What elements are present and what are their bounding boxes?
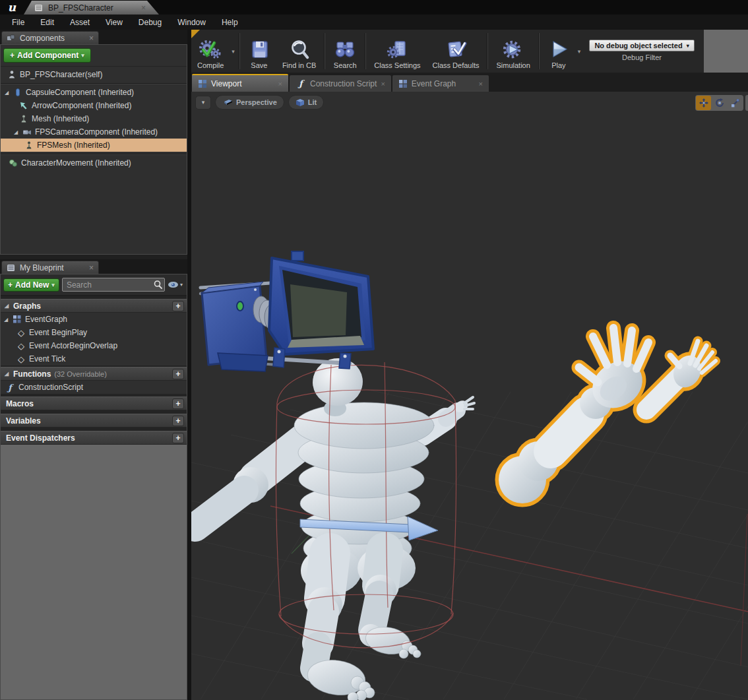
tab-label: Event Graph: [412, 79, 456, 88]
binoculars-search-icon: [333, 40, 357, 61]
add-graph-button[interactable]: +: [172, 301, 184, 311]
my-blueprint-tab[interactable]: My Blueprint ×: [1, 261, 99, 274]
component-label: ArrowComponent (Inherited): [32, 101, 131, 110]
tab-event-graph[interactable]: Event Graph ×: [392, 75, 489, 92]
tab-viewport[interactable]: Viewport ×: [192, 74, 288, 92]
scale-tool-icon[interactable]: [728, 96, 743, 110]
add-component-button[interactable]: + Add Component ▾: [3, 48, 91, 63]
components-tree: + Add Component ▾ BP_FPSCharacter(self) …: [0, 44, 187, 255]
skeletal-mesh-icon: [24, 141, 34, 150]
chevron-down-icon: ▾: [687, 43, 689, 49]
search-icon: [153, 280, 163, 290]
add-function-button[interactable]: +: [172, 369, 184, 379]
section-event-dispatchers[interactable]: Event Dispatchers +: [1, 431, 187, 445]
components-tab[interactable]: Components ×: [1, 31, 99, 44]
event-tick-row[interactable]: ◇ Event Tick: [1, 352, 187, 366]
menu-edit[interactable]: Edit: [32, 18, 62, 27]
viewport-options-button[interactable]: ▾: [195, 96, 211, 110]
toolbar-fill: [704, 30, 748, 73]
close-icon[interactable]: ×: [141, 3, 146, 13]
event-beginplay-row[interactable]: ◇ Event BeginPlay: [1, 326, 187, 339]
play-options-dropdown[interactable]: ▾: [576, 30, 583, 73]
debug-object-dropdown[interactable]: No debug object selected ▾: [589, 40, 694, 51]
compile-options-dropdown[interactable]: ▾: [230, 30, 237, 73]
toolbar-divider: [324, 33, 325, 69]
section-graphs[interactable]: ◢ Graphs +: [1, 299, 187, 313]
component-row-charactermovement[interactable]: CharacterMovement (Inherited): [1, 156, 187, 170]
debug-filter-label: Debug Filter: [622, 53, 662, 61]
perspective-icon: [222, 99, 233, 106]
find-in-cb-label: Find in CB: [282, 61, 316, 69]
section-functions[interactable]: ◢ Functions (32 Overridable) +: [1, 367, 187, 381]
event-actorbeginoverlap-row[interactable]: ◇ Event ActorBeginOverlap: [1, 339, 187, 352]
viewport-3d-scene[interactable]: [191, 92, 748, 700]
find-in-cb-button[interactable]: Find in CB: [276, 30, 322, 73]
save-icon: [248, 40, 270, 61]
component-row-fpscamera[interactable]: ◢ FPSCameraComponent (Inherited): [1, 125, 187, 139]
class-defaults-button[interactable]: Class Defaults: [427, 30, 485, 73]
close-icon[interactable]: ×: [89, 263, 94, 272]
menu-asset[interactable]: Asset: [62, 18, 98, 27]
close-icon[interactable]: ×: [478, 80, 482, 88]
fps-camera-mesh[interactable]: [201, 251, 373, 371]
toolbar-divider: [365, 33, 366, 69]
menu-file[interactable]: File: [4, 18, 32, 27]
menu-debug[interactable]: Debug: [131, 18, 170, 27]
menubar: File Edit Asset View Debug Window Help: [0, 15, 748, 30]
component-row-arrow[interactable]: ArrowComponent (Inherited): [1, 99, 187, 112]
lit-label: Lit: [308, 98, 317, 106]
close-icon[interactable]: ×: [278, 80, 282, 88]
menu-view[interactable]: View: [98, 18, 131, 27]
blueprint-book-icon: [7, 263, 16, 272]
expander-icon[interactable]: ◢: [13, 129, 19, 135]
viewport-3d[interactable]: ▾ Perspective Lit: [191, 92, 748, 700]
event-graph-icon: [398, 79, 408, 88]
add-macro-button[interactable]: +: [172, 398, 184, 409]
chevron-down-icon: ▾: [202, 99, 205, 106]
component-row-capsule[interactable]: ◢ CapsuleComponent (Inherited): [1, 86, 187, 99]
floor-grid: [191, 389, 748, 699]
add-new-button[interactable]: + Add New ▾: [3, 278, 59, 292]
close-icon[interactable]: ×: [89, 34, 94, 43]
section-variables[interactable]: Variables +: [1, 414, 187, 428]
play-button[interactable]: Play: [542, 30, 576, 73]
component-row-fpsmesh[interactable]: FPSMesh (Inherited): [1, 139, 187, 152]
section-label: Functions: [13, 369, 51, 379]
lit-button[interactable]: Lit: [288, 95, 324, 110]
event-label: Event Tick: [29, 354, 65, 364]
add-component-row: + Add Component ▾: [1, 45, 187, 67]
component-label: Mesh (Inherited): [32, 114, 89, 123]
component-row-mesh[interactable]: Mesh (Inherited): [1, 112, 187, 125]
tab-construction-script[interactable]: ƒ Construction Script ×: [290, 75, 391, 92]
add-variable-button[interactable]: +: [172, 416, 184, 426]
class-settings-button[interactable]: Class Settings: [368, 30, 426, 73]
asset-tab[interactable]: BP_FPSCharacter ×: [24, 1, 159, 15]
component-row-self[interactable]: BP_FPSCharacter(self): [1, 68, 187, 81]
eventgraph-row[interactable]: ◢ EventGraph: [1, 313, 187, 326]
search-input[interactable]: [62, 278, 165, 292]
expander-icon[interactable]: ◢: [3, 371, 10, 377]
expander-icon[interactable]: ◢: [3, 90, 10, 96]
function-icon: ƒ: [296, 79, 306, 88]
component-label: BP_FPSCharacter(self): [20, 70, 102, 79]
class-settings-label: Class Settings: [374, 61, 420, 69]
move-tool-icon[interactable]: [696, 96, 711, 110]
menu-help[interactable]: Help: [214, 18, 246, 27]
add-event-dispatcher-button[interactable]: +: [172, 433, 184, 443]
expander-icon[interactable]: ◢: [3, 317, 9, 323]
close-icon[interactable]: ×: [381, 80, 385, 88]
menu-window[interactable]: Window: [170, 18, 214, 27]
fps-arms-mesh[interactable]: [499, 328, 716, 503]
search-button[interactable]: Search: [327, 30, 363, 73]
section-macros[interactable]: Macros +: [1, 397, 187, 410]
perspective-button[interactable]: Perspective: [215, 95, 284, 110]
expander-icon[interactable]: ◢: [3, 303, 10, 309]
constructionscript-row[interactable]: ƒ ConstructionScript: [1, 381, 187, 394]
simulation-button[interactable]: Simulation: [490, 30, 536, 73]
save-button[interactable]: Save: [242, 30, 276, 73]
visibility-filter-button[interactable]: ▾: [168, 281, 184, 288]
main-toolbar: Compile ▾ Save Find in CB Search Class S…: [191, 30, 748, 73]
section-label: Graphs: [13, 302, 41, 311]
rotate-tool-icon[interactable]: [712, 96, 727, 110]
chevron-down-icon: ▾: [51, 282, 55, 288]
